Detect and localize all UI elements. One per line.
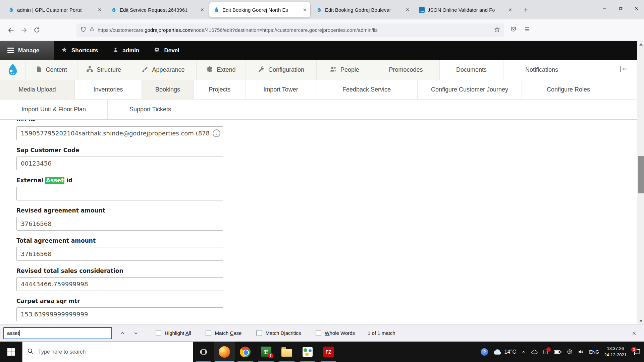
form-field-revised-agreement-amount: Revised agreement amount (16, 207, 235, 231)
taskbar-search[interactable]: Type here to search (22, 342, 193, 362)
app-menu-icon[interactable] (524, 26, 530, 34)
minimize-button[interactable] (597, 0, 612, 17)
menu-item-feedback-service[interactable]: Feedback Service (316, 80, 417, 99)
menu-item-media-upload[interactable]: Media Upload (0, 80, 74, 99)
toolbar-item-manage[interactable]: Manage (0, 41, 54, 60)
whole-words-checkbox[interactable] (316, 330, 321, 336)
scroll-up-arrow-icon[interactable] (637, 41, 644, 47)
menu-item-configure-roles[interactable]: Configure Roles (522, 80, 615, 99)
menu-item-configuration[interactable]: Configuration (246, 60, 316, 80)
toolbar-item-devel[interactable]: Devel (147, 41, 186, 60)
carpet-area-input[interactable] (16, 307, 223, 321)
menu-item-inventories[interactable]: Inventories (74, 80, 142, 99)
reload-button[interactable] (30, 24, 43, 37)
match-case-option[interactable]: Match Case (206, 330, 241, 336)
taskbar-clock[interactable]: 13:37:26 24-12-2021 (604, 346, 627, 358)
menu-item-promocodes[interactable]: Promocodes (372, 60, 439, 80)
taskbar-firefox-icon[interactable] (214, 342, 235, 362)
menu-item-import-tower[interactable]: Import Tower (246, 80, 316, 99)
tab-json-validator[interactable]: JSON JSON Online Validator and Fo (415, 2, 516, 17)
menu-item-configure-customer-journey[interactable]: Configure Customer Journey (417, 80, 522, 99)
tab-edit-booking-boulevard[interactable]: Edit Booking Godrej Boulevar (312, 2, 413, 17)
total-agreement-amount-input[interactable] (16, 247, 223, 261)
toolbar-item-admin-user[interactable]: admin (105, 41, 147, 60)
tray-badged-app-icon[interactable] (543, 349, 549, 355)
km-id-input[interactable] (16, 126, 223, 140)
url-bar[interactable]: https://customercare.godrejproperties.co… (76, 23, 504, 37)
menu-label: Import Tower (263, 86, 298, 93)
tray-chevron-up-icon[interactable] (521, 350, 526, 354)
lock-icon[interactable] (90, 27, 94, 33)
start-button[interactable] (0, 342, 22, 362)
help-icon[interactable]: ? (481, 348, 488, 356)
field-label: Total agreement amount (16, 237, 235, 244)
volume-icon[interactable] (578, 349, 584, 355)
pocket-icon[interactable] (510, 26, 517, 34)
tab-edit-service-request[interactable]: Edit Service Request 2643961 (107, 2, 208, 17)
tab-bar: admin | GPL Customer Portal Edit Service… (0, 0, 644, 19)
task-view-button[interactable] (193, 342, 214, 362)
taskbar-paint-icon[interactable] (297, 342, 318, 362)
taskbar-explorer-icon[interactable] (276, 342, 297, 362)
scrollbar-thumb[interactable] (638, 156, 644, 193)
menu-item-appearance[interactable]: Appearance (130, 60, 196, 80)
tab-close-icon[interactable] (303, 8, 307, 12)
menu-label: Content (46, 66, 67, 73)
revised-total-sales-consideration-input[interactable] (16, 277, 223, 291)
language-indicator[interactable]: ENG (589, 349, 599, 355)
highlight-all-checkbox[interactable] (156, 330, 161, 336)
field-label: External Asset id (16, 177, 235, 184)
action-center-icon[interactable]: 3 (634, 349, 641, 355)
new-tab-button[interactable] (520, 4, 531, 15)
window-controls (597, 0, 644, 19)
revised-agreement-amount-input[interactable] (16, 217, 223, 231)
onedrive-cloud-icon[interactable] (531, 349, 538, 354)
scroll-down-arrow-icon[interactable] (637, 318, 644, 324)
tab-close-icon[interactable] (200, 8, 204, 12)
close-window-button[interactable] (628, 0, 644, 17)
weather-widget[interactable]: 14°C (493, 349, 516, 355)
taskbar-green-app-icon[interactable]: 1 (256, 342, 276, 362)
taskbar-filezilla-icon[interactable]: FZ (318, 342, 339, 362)
battery-icon[interactable] (554, 349, 562, 355)
find-next-button[interactable] (131, 328, 141, 338)
collapse-toolbar-icon[interactable] (620, 66, 628, 74)
external-asset-id-input[interactable] (16, 187, 223, 200)
tab-close-icon[interactable] (406, 8, 410, 12)
taskbar-chrome-icon[interactable] (235, 342, 256, 362)
find-input[interactable]: asset (3, 327, 112, 339)
menu-item-extend[interactable]: Extend (196, 60, 246, 80)
shield-icon[interactable] (80, 26, 86, 34)
back-button[interactable] (5, 24, 17, 37)
sap-customer-code-input[interactable] (16, 157, 223, 170)
menu-item-people[interactable]: People (316, 60, 372, 80)
whole-words-option[interactable]: Whole Words (316, 330, 355, 336)
match-diacritics-checkbox[interactable] (256, 330, 262, 336)
match-diacritics-option[interactable]: Match Diacritics (256, 330, 301, 336)
tab-close-icon[interactable] (98, 8, 102, 12)
tab-edit-booking-north[interactable]: Edit Booking Godrej North Es (209, 2, 310, 17)
menu-item-content[interactable]: Content (25, 60, 77, 80)
drupal-logo[interactable] (0, 60, 25, 80)
menu-label: Media Upload (18, 86, 56, 93)
toolbar-item-shortcuts[interactable]: Shortcuts (54, 41, 105, 60)
forward-button[interactable] (17, 24, 30, 37)
tab-close-icon[interactable] (508, 8, 512, 12)
menu-item-import-unit-floor-plan[interactable]: Import Unit & Floor Plan (0, 100, 107, 119)
menu-item-structure[interactable]: Structure (77, 60, 130, 80)
bookmark-star-icon[interactable] (494, 26, 500, 34)
network-icon[interactable] (567, 349, 573, 355)
menu-item-support-tickets[interactable]: Support Tickets (107, 100, 193, 119)
restore-button[interactable] (612, 0, 628, 17)
find-close-icon[interactable] (629, 328, 639, 339)
vertical-scrollbar[interactable] (637, 41, 644, 324)
menu-item-bookings[interactable]: Bookings (142, 80, 194, 99)
highlight-all-option[interactable]: Highlight All (156, 330, 191, 336)
menu-item-notifications[interactable]: Notifications (503, 60, 580, 80)
tab-admin-gpl-portal[interactable]: admin | GPL Customer Portal (4, 2, 105, 17)
menu-item-projects[interactable]: Projects (194, 80, 246, 99)
match-case-checkbox[interactable] (206, 330, 211, 336)
menu-label: Notifications (525, 66, 558, 73)
find-previous-button[interactable] (117, 328, 127, 338)
menu-item-documents[interactable]: Documents (439, 60, 503, 80)
